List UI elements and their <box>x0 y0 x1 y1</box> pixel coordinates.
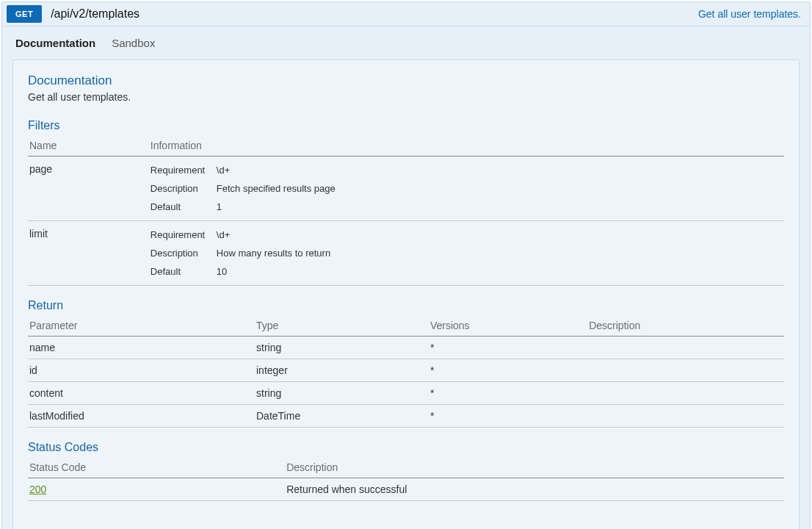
filter-info: Requirement \d+ Description How many res… <box>149 221 784 286</box>
operation-header[interactable]: GET /api/v2/templates Get all user templ… <box>2 2 810 26</box>
status-code-link[interactable]: 200 <box>29 483 46 495</box>
endpoint-path: /api/v2/templates <box>51 7 139 21</box>
tabs-nav: Documentation Sandbox <box>2 26 810 60</box>
table-row: limit Requirement \d+ Description How ma… <box>28 221 784 286</box>
filter-default-label: Default <box>151 266 217 277</box>
filter-name: limit <box>28 221 149 286</box>
status-heading: Status Codes <box>28 441 784 454</box>
return-description <box>587 337 784 359</box>
filter-description-label: Description <box>151 248 217 259</box>
tab-sandbox[interactable]: Sandbox <box>112 37 155 49</box>
return-versions: * <box>429 359 587 382</box>
doc-heading: Documentation <box>28 73 784 88</box>
status-col-code: Status Code <box>28 457 285 478</box>
tab-documentation[interactable]: Documentation <box>15 37 95 49</box>
status-codes-table: Status Code Description 200 Returned whe… <box>28 457 784 501</box>
return-parameter: name <box>28 337 255 359</box>
return-parameter: content <box>28 382 255 405</box>
return-col-type: Type <box>255 315 429 337</box>
filters-heading: Filters <box>28 119 784 132</box>
return-col-parameter: Parameter <box>28 315 255 337</box>
endpoint-summary-link[interactable]: Get all user templates. <box>698 8 805 20</box>
filter-name: page <box>28 156 149 221</box>
documentation-content: Documentation Get all user templates. Fi… <box>12 60 800 529</box>
operation-panel: GET /api/v2/templates Get all user templ… <box>1 1 811 529</box>
table-row: content string * <box>28 382 784 405</box>
filter-requirement-value: \d+ <box>217 229 781 240</box>
doc-description: Get all user templates. <box>28 91 784 103</box>
return-col-versions: Versions <box>429 315 587 337</box>
return-type: string <box>255 337 429 359</box>
return-versions: * <box>429 337 587 359</box>
filter-description-value: Fetch specified results page <box>217 183 781 194</box>
filter-description-label: Description <box>151 183 217 194</box>
return-versions: * <box>429 382 587 405</box>
filters-col-name: Name <box>28 135 149 156</box>
return-heading: Return <box>28 299 784 312</box>
table-row: 200 Returned when successful <box>28 478 784 501</box>
return-type: string <box>255 382 429 405</box>
filters-table: Name Information page Requirement \d+ De… <box>28 135 784 286</box>
filters-col-info: Information <box>149 135 784 156</box>
filter-requirement-label: Requirement <box>151 165 217 176</box>
return-type: integer <box>255 359 429 382</box>
filter-requirement-label: Requirement <box>151 229 217 240</box>
return-versions: * <box>429 405 587 428</box>
filter-default-value: 10 <box>217 266 781 277</box>
return-description <box>587 359 784 382</box>
return-parameter: id <box>28 359 255 382</box>
return-col-description: Description <box>587 315 784 337</box>
status-code: 200 <box>28 478 285 501</box>
return-type: DateTime <box>255 405 429 428</box>
return-parameter: lastModified <box>28 405 255 428</box>
table-row: lastModified DateTime * <box>28 405 784 428</box>
table-row: id integer * <box>28 359 784 382</box>
filter-default-label: Default <box>151 201 217 212</box>
return-table: Parameter Type Versions Description name… <box>28 315 784 428</box>
table-row: name string * <box>28 337 784 359</box>
http-method-badge: GET <box>7 5 42 23</box>
return-description <box>587 405 784 428</box>
return-description <box>587 382 784 405</box>
filter-info: Requirement \d+ Description Fetch specif… <box>149 156 784 221</box>
filter-requirement-value: \d+ <box>217 165 781 176</box>
status-description: Returned when successful <box>285 478 784 501</box>
table-row: page Requirement \d+ Description Fetch s… <box>28 156 784 221</box>
filter-default-value: 1 <box>217 201 781 212</box>
status-col-description: Description <box>285 457 784 478</box>
filter-description-value: How many results to return <box>217 248 781 259</box>
